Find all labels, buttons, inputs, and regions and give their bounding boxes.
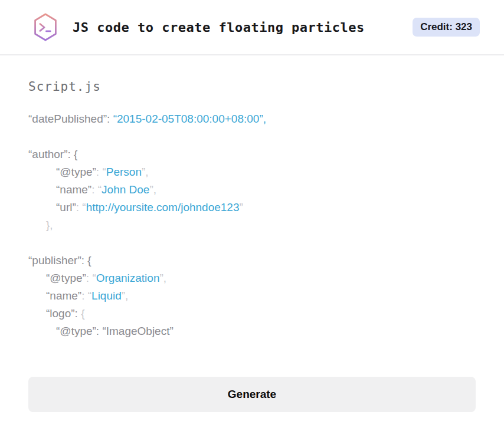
code-segment-punct: : [81,289,88,302]
code-segment-punct: ”, [159,272,166,284]
code-segment-key: “@type” [56,166,96,178]
credit-badge: Credit: 323 [413,18,480,37]
code-segment-value: Organization [96,272,160,284]
code-segment-key: “@type” [46,272,86,284]
code-segment-punct: { [81,307,84,320]
code-line: “@type”: “Person”, [28,163,476,181]
code-segment-punct: : [91,183,98,196]
code-segment-punct: : [86,272,93,284]
code-segment-key: “@type” [56,325,96,337]
code-line-blank [28,234,476,252]
code-segment-value: Person [106,166,142,178]
code-segment-key: “logo” [46,307,75,320]
code-line: “datePublished”: “2015-02-05T08:00:00+08… [28,110,476,128]
code-segment-key: { [87,254,91,266]
code-segment-key: “url” [56,201,76,213]
code-segment-key: “name” [56,183,91,196]
code-line: “author”: { [28,146,476,163]
code-segment-key: : [107,113,113,125]
code-segment-punct: ”, [149,183,156,196]
code-segment-key: : [96,325,103,337]
header: JS code to create floating particles Cre… [0,0,504,55]
code-segment-value: “2015-02-05T08:00:00+08:00”, [113,113,266,125]
code-line: “@type”: “Organization”, [28,269,476,287]
code-segment-key: “author” [28,148,68,160]
main-content: Script.js “datePublished”: “2015-02-05T0… [0,80,504,412]
code-line: “publisher”: { [28,252,476,269]
code-segment-punct: : [76,201,83,213]
code-segment-key: : [75,307,81,320]
code-segment-key: : [68,148,74,160]
code-segment-value: John Doe [102,183,149,196]
code-line: “name”: “Liquid”, [28,287,476,305]
page-title: JS code to create floating particles [73,20,365,35]
code-segment-punct: ”, [122,289,129,302]
code-line-blank [28,128,476,146]
code-block: “datePublished”: “2015-02-05T08:00:00+08… [28,110,476,340]
code-segment-value: Liquid [91,289,122,302]
code-segment-key: { [74,148,77,160]
code-segment-key: “name” [46,289,81,302]
script-filename: Script.js [28,80,476,94]
code-segment-punct: ” [240,201,243,213]
code-segment-punct: ”, [142,166,149,178]
code-segment-punct: : [96,166,103,178]
code-line: }, [28,216,476,234]
code-line: “name”: “John Doe”, [28,181,476,199]
generate-button[interactable]: Generate [28,377,476,412]
code-segment-key: : [81,254,88,266]
code-segment-punct: }, [46,219,53,231]
code-line: “url”: “http://yoursite.com/johndoe123” [28,199,476,216]
code-segment-key: “publisher” [28,254,81,266]
code-line: “@type”: “ImageObject” [28,322,476,340]
code-line: “logo”: { [28,305,476,322]
code-segment-value: http://yoursite.com/johndoe123 [86,201,240,213]
code-segment-key: “datePublished” [28,113,107,125]
code-segment-key: “ImageObject” [102,325,173,337]
terminal-hexagon-logo-icon [32,12,58,42]
